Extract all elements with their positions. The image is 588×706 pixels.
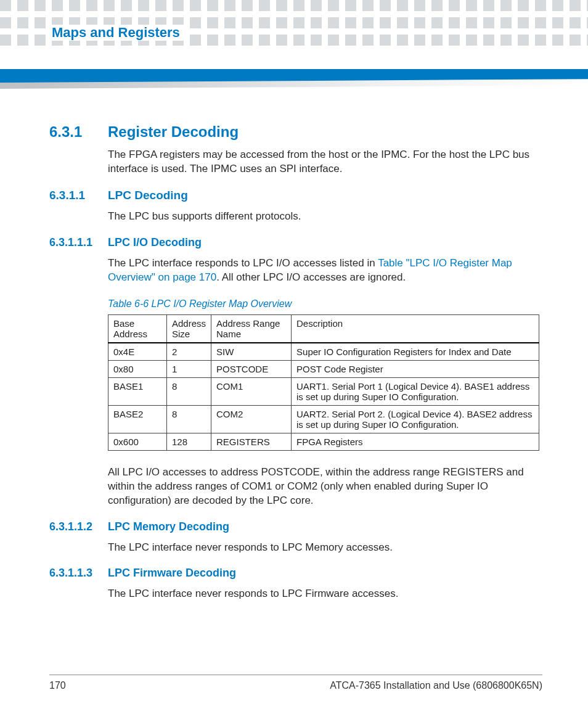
col-header: Base Address xyxy=(108,314,167,343)
heading-title: LPC Firmware Decoding xyxy=(108,567,236,580)
table-cell: Super IO Configuration Registers for Ind… xyxy=(292,343,539,361)
table-row: 0x600 128 REGISTERS FPGA Registers xyxy=(108,433,539,450)
table-row: 0x4E 2 SIW Super IO Configuration Regist… xyxy=(108,343,539,361)
heading-6-3-1-1-2: 6.3.1.1.2 LPC Memory Decoding xyxy=(49,520,542,533)
paragraph: The LPC interface responds to LPC I/O ac… xyxy=(108,257,542,285)
heading-number: 6.3.1.1.1 xyxy=(49,236,108,249)
table-cell: 1 xyxy=(167,360,211,377)
heading-number: 6.3.1.1 xyxy=(49,189,108,202)
heading-6-3-1: 6.3.1 Register Decoding xyxy=(49,123,542,141)
table-caption: Table 6-6 LPC I/O Register Map Overview xyxy=(108,298,542,310)
heading-title: LPC Memory Decoding xyxy=(108,520,229,533)
col-header: Address Range Name xyxy=(211,314,292,343)
col-header: Description xyxy=(292,314,539,343)
table-cell: POSTCODE xyxy=(211,360,292,377)
heading-6-3-1-1-3: 6.3.1.1.3 LPC Firmware Decoding xyxy=(49,567,542,580)
paragraph: The FPGA registers may be accessed from … xyxy=(108,148,542,176)
paragraph: The LPC interface never responds to LPC … xyxy=(108,541,542,555)
table-cell: 8 xyxy=(167,377,211,405)
table-cell: 0x600 xyxy=(108,433,167,450)
heading-number: 6.3.1.1.3 xyxy=(49,567,108,580)
heading-6-3-1-1: 6.3.1.1 LPC Decoding xyxy=(49,189,542,202)
table-cell: UART2. Serial Port 2. (Logical Device 4)… xyxy=(292,405,539,433)
heading-title: Register Decoding xyxy=(108,123,239,141)
table-cell: SIW xyxy=(211,343,292,361)
col-header: Address Size xyxy=(167,314,211,343)
table-cell: FPGA Registers xyxy=(292,433,539,450)
table-cell: UART1. Serial Port 1 (Logical Device 4).… xyxy=(292,377,539,405)
table-cell: 0x4E xyxy=(108,343,167,361)
text-run: The LPC interface responds to LPC I/O ac… xyxy=(108,257,378,269)
heading-6-3-1-1-1: 6.3.1.1.1 LPC I/O Decoding xyxy=(49,236,542,249)
table-cell: 8 xyxy=(167,405,211,433)
paragraph: The LPC bus supports different protocols… xyxy=(108,210,542,224)
paragraph: All LPC I/O accesses to address POSTCODE… xyxy=(108,466,542,508)
paragraph: The LPC interface never responds to LPC … xyxy=(108,587,542,601)
table-cell: 128 xyxy=(167,433,211,450)
table-row: BASE2 8 COM2 UART2. Serial Port 2. (Logi… xyxy=(108,405,539,433)
heading-number: 6.3.1.1.2 xyxy=(49,520,108,533)
table-header-row: Base Address Address Size Address Range … xyxy=(108,314,539,343)
document-id: ATCA-7365 Installation and Use (6806800K… xyxy=(330,680,542,691)
table-row: 0x80 1 POSTCODE POST Code Register xyxy=(108,360,539,377)
table-cell: COM1 xyxy=(211,377,292,405)
table-lpc-io-register-map: Base Address Address Size Address Range … xyxy=(108,314,539,451)
heading-title: LPC I/O Decoding xyxy=(108,236,202,249)
page-footer: 170 ATCA-7365 Installation and Use (6806… xyxy=(49,675,542,691)
table-cell: 2 xyxy=(167,343,211,361)
page-number: 170 xyxy=(49,680,66,691)
heading-number: 6.3.1 xyxy=(49,123,108,141)
table-cell: BASE1 xyxy=(108,377,167,405)
chapter-title: Maps and Registers xyxy=(49,25,189,41)
table-cell: 0x80 xyxy=(108,360,167,377)
table-cell: COM2 xyxy=(211,405,292,433)
heading-title: LPC Decoding xyxy=(108,189,188,202)
table-cell: POST Code Register xyxy=(292,360,539,377)
table-cell: BASE2 xyxy=(108,405,167,433)
table-cell: REGISTERS xyxy=(211,433,292,450)
table-row: BASE1 8 COM1 UART1. Serial Port 1 (Logic… xyxy=(108,377,539,405)
text-run: . All other LPC I/O accesses are ignored… xyxy=(216,271,406,283)
